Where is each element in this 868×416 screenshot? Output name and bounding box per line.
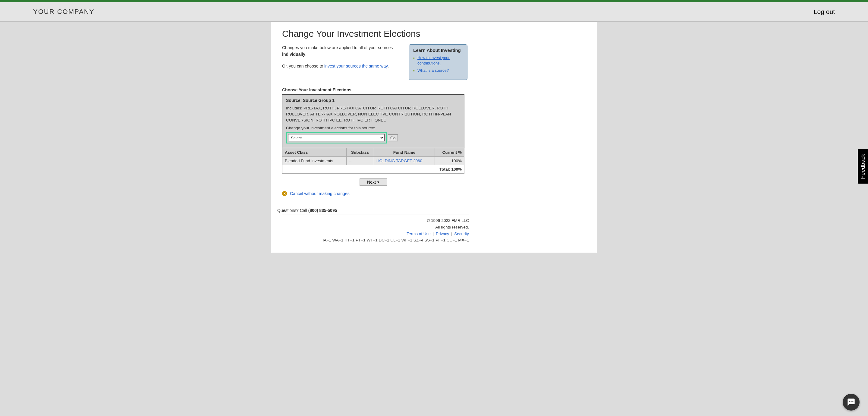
total-cell: Total: 100% bbox=[282, 165, 464, 174]
logout-link[interactable]: Log out bbox=[814, 8, 835, 16]
table-row: Blended Fund Investments -- HOLDING TARG… bbox=[282, 157, 464, 165]
next-button[interactable]: Next > bbox=[360, 178, 387, 186]
cancel-link[interactable]: Cancel without making changes bbox=[290, 191, 350, 196]
fund-table: Asset Class Subclass Fund Name Current %… bbox=[282, 148, 464, 174]
questions-prefix: Questions? Call bbox=[277, 208, 308, 213]
cancel-icon: ✕ bbox=[282, 191, 287, 196]
rights-reserved: All rights reserved. bbox=[282, 224, 469, 231]
feedback-tab[interactable]: Feedback bbox=[858, 149, 868, 184]
feedback-label: Feedback bbox=[860, 154, 866, 179]
intro-suffix: . bbox=[305, 52, 307, 57]
phone-number: (800) 835-5095 bbox=[308, 208, 337, 213]
cell-asset-class: Blended Fund Investments bbox=[282, 157, 347, 165]
table-total-row: Total: 100% bbox=[282, 165, 464, 174]
intro-prefix: Changes you make below are applied to al… bbox=[282, 45, 393, 50]
source-group-box: Source: Source Group 1 Includes: PRE-TAX… bbox=[282, 94, 464, 148]
footer: Questions? Call (800) 835-5095 © 1996-20… bbox=[282, 208, 469, 243]
source-label: Source: Source Group 1 bbox=[286, 98, 461, 103]
go-button[interactable]: Go bbox=[388, 135, 398, 141]
source-select[interactable]: Select bbox=[288, 134, 384, 141]
cell-current-pct: 100% bbox=[435, 157, 464, 165]
alt-suffix: . bbox=[388, 64, 389, 68]
select-highlight: Select bbox=[286, 132, 387, 144]
privacy-link[interactable]: Privacy bbox=[436, 232, 449, 236]
th-asset-class: Asset Class bbox=[282, 148, 347, 157]
intro-text: Changes you make below are applied to al… bbox=[282, 44, 400, 80]
th-current-pct: Current % bbox=[435, 148, 464, 157]
footer-separator: | bbox=[433, 232, 434, 236]
section-label: Choose Your Investment Elections bbox=[282, 87, 586, 92]
learn-link-what-source[interactable]: What is a source? bbox=[417, 68, 449, 73]
intro-bold: individually bbox=[282, 52, 305, 57]
main-area: Change Your Investment Elections Changes… bbox=[0, 22, 868, 252]
footer-divider bbox=[282, 215, 469, 215]
cell-subclass: -- bbox=[346, 157, 374, 165]
footer-separator: | bbox=[451, 232, 453, 236]
terms-link[interactable]: Terms of Use bbox=[407, 232, 431, 236]
th-subclass: Subclass bbox=[346, 148, 374, 157]
source-includes: Includes: PRE-TAX, ROTH, PRE-TAX CATCH U… bbox=[286, 105, 461, 124]
change-label: Change your investment elections for thi… bbox=[286, 126, 461, 130]
debug-line: IA=1 WA=1 HT=1 PT=1 WT=1 DC=1 CL=1 WF=1 … bbox=[282, 237, 469, 244]
copyright: © 1996-2022 FMR LLC bbox=[282, 217, 469, 224]
learn-about-investing-box: Learn About Investing How to invest your… bbox=[409, 44, 467, 80]
learn-link-how-invest[interactable]: How to invest your contributions. bbox=[417, 56, 450, 65]
page-title: Change Your Investment Elections bbox=[282, 29, 586, 39]
content-column: Change Your Investment Elections Changes… bbox=[271, 22, 597, 252]
th-fund-name: Fund Name bbox=[374, 148, 435, 157]
invest-same-way-link[interactable]: invest your sources the same way bbox=[324, 64, 388, 68]
learn-title: Learn About Investing bbox=[413, 48, 463, 53]
top-accent-bar bbox=[0, 0, 868, 2]
alt-prefix: Or, you can choose to bbox=[282, 64, 324, 68]
fund-link[interactable]: HOLDING TARGET 2060 bbox=[376, 158, 422, 163]
company-logo: YOUR COMPANY bbox=[33, 8, 94, 16]
top-header: YOUR COMPANY Log out bbox=[0, 2, 868, 22]
intro-row: Changes you make below are applied to al… bbox=[282, 44, 586, 80]
security-link[interactable]: Security bbox=[454, 232, 469, 236]
